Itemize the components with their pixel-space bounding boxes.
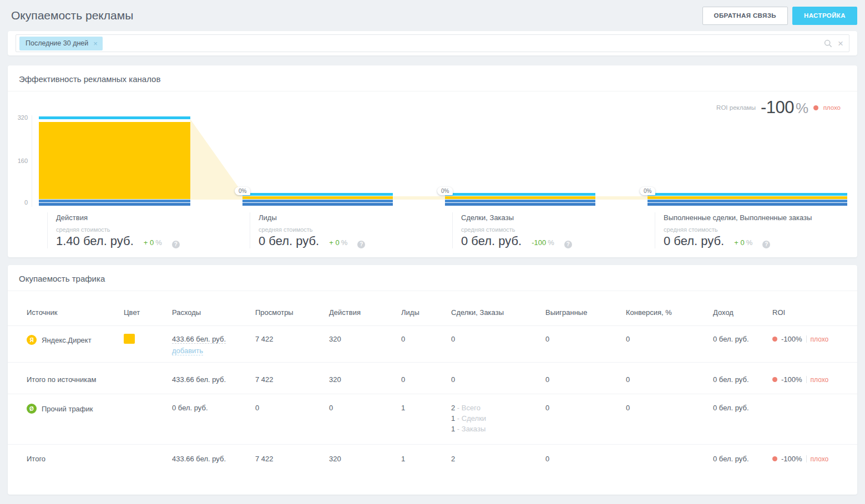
views-cell: 0 bbox=[255, 404, 329, 412]
actions-cell: 320 bbox=[329, 375, 401, 384]
filter-bar: Последние 30 дней × × bbox=[8, 31, 857, 55]
actions-cell: 0 bbox=[329, 404, 401, 412]
expenses-cell: 0 бел. руб. bbox=[172, 404, 255, 412]
page-title: Окупаемость рекламы bbox=[11, 9, 133, 22]
add-expense-link[interactable]: добавить bbox=[172, 347, 203, 355]
y-axis-tick: 0 bbox=[8, 199, 28, 206]
help-icon[interactable]: ? bbox=[357, 241, 365, 248]
feedback-button[interactable]: ОБРАТНАЯ СВЯЗЬ bbox=[702, 7, 788, 25]
y-axis-tick: 320 bbox=[8, 114, 28, 121]
income-cell: 0 бел. руб. bbox=[713, 404, 772, 412]
actions-cell: 320 bbox=[329, 455, 401, 463]
color-cell bbox=[124, 335, 172, 345]
col-header: Лиды bbox=[401, 308, 451, 317]
funnel-section-title: Эффективность рекламных каналов bbox=[8, 65, 857, 91]
settings-button[interactable]: НАСТРОЙКА bbox=[792, 7, 857, 25]
color-cell bbox=[124, 404, 172, 404]
conversion-cell: 0 bbox=[626, 335, 713, 343]
actions-bar bbox=[445, 196, 595, 199]
leads-stripe bbox=[39, 200, 190, 202]
roi-status-badge: плохо bbox=[811, 455, 829, 463]
chip-remove-icon[interactable]: × bbox=[93, 39, 98, 48]
views-cell: 7 422 bbox=[255, 455, 329, 463]
funnel-transition bbox=[595, 196, 648, 200]
funnel-chart: 320 160 0 0 bbox=[8, 113, 849, 210]
deals-stripe bbox=[445, 203, 595, 206]
color-cell bbox=[124, 375, 172, 376]
funnel-segment-actions[interactable] bbox=[39, 113, 190, 210]
deals-breakdown-cell: 2 - Всего 1 - Сделки 1 - Заказы bbox=[451, 404, 545, 435]
source-cell: Итого по источникам bbox=[27, 375, 124, 384]
source-cell: Итого bbox=[27, 455, 124, 463]
col-header: Расходы bbox=[172, 308, 255, 317]
help-icon[interactable]: ? bbox=[172, 241, 180, 248]
conversion-cell: 0 bbox=[626, 375, 713, 384]
topbar-buttons: ОБРАТНАЯ СВЯЗЬ НАСТРОЙКА bbox=[702, 7, 857, 25]
income-cell: 0 бел. руб. bbox=[713, 375, 772, 384]
source-cell: Я Яндекс.Директ bbox=[27, 335, 124, 345]
status-dot-icon bbox=[772, 337, 777, 342]
status-dot-icon bbox=[813, 105, 818, 110]
roi-cell bbox=[772, 404, 846, 404]
roi-status-badge: плохо bbox=[811, 376, 829, 384]
topbar: Окупаемость рекламы ОБРАТНАЯ СВЯЗЬ НАСТР… bbox=[0, 0, 865, 31]
actions-bar bbox=[242, 196, 393, 199]
table-row-sources-total: Итого по источникам 433.66 бел. руб. 7 4… bbox=[8, 363, 857, 394]
expenses-editable[interactable]: 433.66 бел. руб. bbox=[172, 335, 226, 344]
roi-cell: -100% плохо bbox=[772, 335, 846, 343]
deals-stripe bbox=[39, 203, 190, 206]
col-header: Источник bbox=[27, 308, 124, 317]
actions-bar bbox=[39, 122, 190, 199]
col-header: Действия bbox=[329, 308, 401, 317]
other-traffic-icon: Ø bbox=[27, 404, 37, 414]
col-header: Просмотры bbox=[255, 308, 329, 317]
views-stripe bbox=[648, 193, 847, 196]
status-dot-icon bbox=[772, 456, 777, 461]
col-header: Доход bbox=[713, 308, 772, 317]
funnel-segment-completed[interactable] bbox=[648, 113, 847, 210]
table-section-title: Окупаемость трафика bbox=[8, 265, 857, 291]
search-box[interactable]: Последние 30 дней × × bbox=[16, 34, 849, 52]
actions-cell: 320 bbox=[329, 335, 401, 343]
funnel-card: Эффективность рекламных каналов ROI рекл… bbox=[8, 65, 857, 257]
help-icon[interactable]: ? bbox=[762, 241, 770, 248]
roi-label: ROI рекламы bbox=[716, 104, 756, 111]
roi-status: плохо bbox=[823, 104, 841, 111]
income-cell: 0 бел. руб. bbox=[713, 455, 772, 463]
filter-chip-label: Последние 30 дней bbox=[26, 39, 88, 47]
views-stripe bbox=[445, 193, 595, 196]
deals-cell: 0 bbox=[451, 375, 545, 384]
color-swatch[interactable] bbox=[124, 334, 135, 344]
views-stripe bbox=[39, 116, 190, 119]
search-icon[interactable] bbox=[824, 39, 832, 48]
conversion-cell bbox=[626, 455, 713, 455]
color-cell bbox=[124, 455, 172, 455]
y-axis-line bbox=[32, 115, 32, 207]
clear-search-icon[interactable]: × bbox=[838, 39, 843, 48]
funnel-segment-leads[interactable] bbox=[242, 113, 393, 210]
col-header: Сделки, Заказы bbox=[451, 308, 545, 317]
table-header-row: Источник Цвет Расходы Просмотры Действия… bbox=[8, 291, 857, 326]
status-dot-icon bbox=[772, 377, 777, 382]
income-cell: 0 бел. руб. bbox=[713, 335, 772, 343]
funnel-transition bbox=[190, 119, 242, 200]
roi-cell: -100% плохо bbox=[772, 455, 846, 463]
views-cell: 7 422 bbox=[255, 375, 329, 384]
filter-chip[interactable]: Последние 30 дней × bbox=[19, 37, 103, 50]
leads-stripe bbox=[648, 200, 847, 202]
y-axis-tick: 160 bbox=[8, 157, 28, 164]
search-input[interactable] bbox=[103, 35, 824, 52]
funnel-transition bbox=[393, 196, 445, 200]
avg-cost-value: 0 бел. руб. bbox=[461, 234, 522, 248]
conversion-tooltip: 0% bbox=[640, 187, 655, 195]
help-icon[interactable]: ? bbox=[564, 241, 572, 248]
traffic-table-card: Окупаемость трафика Источник Цвет Расход… bbox=[8, 265, 857, 495]
col-header: Цвет bbox=[124, 308, 172, 317]
col-header: Конверсия, % bbox=[626, 308, 713, 317]
stage-actions: Действия средняя стоимость 1.40 бел. руб… bbox=[47, 212, 241, 248]
yandex-direct-icon: Я bbox=[27, 335, 37, 345]
won-cell: 0 bbox=[545, 375, 626, 384]
funnel-segment-deals[interactable] bbox=[445, 113, 595, 210]
table-row-yandex-direct: Я Яндекс.Директ 433.66 бел. руб. добавит… bbox=[8, 326, 857, 363]
deals-cell: 2 bbox=[451, 455, 545, 463]
